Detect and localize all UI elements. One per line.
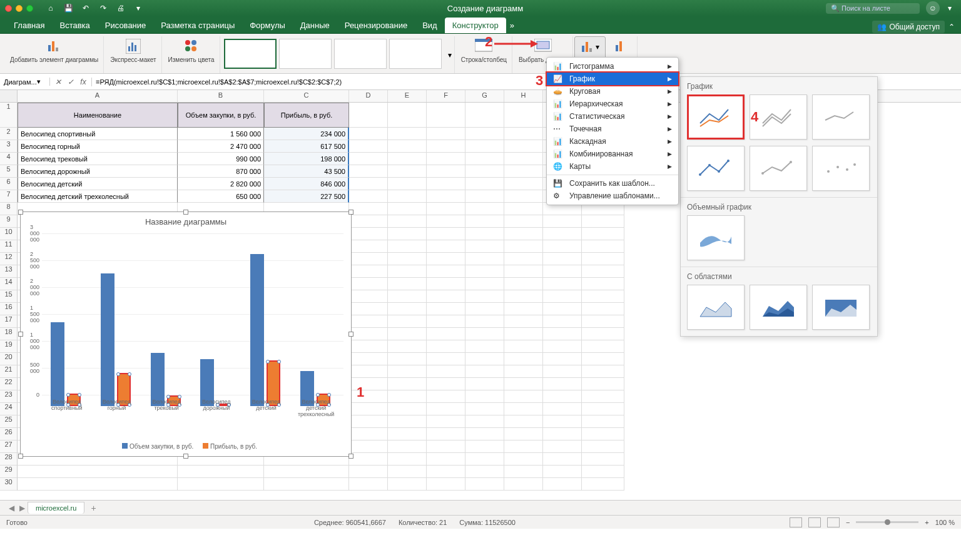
chart-bar-series1[interactable]	[51, 322, 64, 406]
cell[interactable]	[504, 390, 543, 403]
zoom-slider[interactable]	[856, 521, 918, 523]
row-header[interactable]: 17	[0, 315, 18, 328]
accept-formula-icon[interactable]: ✓	[65, 78, 76, 86]
cell[interactable]: Прибыль, в руб.	[264, 103, 349, 128]
cell[interactable]	[388, 466, 427, 478]
zoom-percent[interactable]: 100 %	[935, 519, 955, 526]
cell[interactable]	[388, 190, 427, 203]
cell[interactable]	[388, 353, 427, 365]
sheet-tab-active[interactable]: microexcel.ru	[28, 502, 84, 514]
cell[interactable]	[504, 103, 543, 128]
row-header[interactable]: 15	[0, 290, 18, 303]
cell[interactable]	[427, 303, 465, 315]
cell[interactable]	[427, 140, 465, 153]
cell[interactable]	[543, 440, 582, 453]
cell[interactable]	[388, 103, 427, 128]
cell[interactable]	[465, 390, 504, 403]
chart-option-area-2[interactable]	[750, 285, 807, 330]
cell[interactable]	[543, 478, 582, 491]
cell[interactable]: Велосипед горный	[18, 140, 178, 153]
cell[interactable]	[427, 253, 465, 265]
chart-plot-area[interactable]: 0500 0001 000 0001 500 0002 000 0002 500…	[42, 233, 343, 406]
cell[interactable]	[388, 165, 427, 178]
ribbon-change-colors[interactable]: Изменить цвета	[163, 36, 220, 73]
cell[interactable]	[465, 203, 504, 215]
zoom-in-icon[interactable]: +	[925, 519, 928, 526]
cell[interactable]: 617 500	[264, 140, 349, 153]
cell[interactable]	[582, 240, 624, 253]
cell[interactable]	[349, 178, 388, 190]
cell[interactable]	[465, 290, 504, 303]
cell[interactable]	[349, 453, 388, 466]
cell[interactable]	[388, 440, 427, 453]
chart-bar-series1[interactable]	[101, 273, 114, 406]
cell[interactable]	[427, 353, 465, 365]
cell[interactable]	[349, 265, 388, 278]
cell[interactable]	[582, 403, 624, 415]
cell[interactable]: 234 000	[264, 128, 349, 140]
row-header[interactable]: 25	[0, 415, 18, 428]
cell[interactable]	[582, 228, 624, 240]
cell[interactable]	[427, 265, 465, 278]
cell[interactable]	[582, 390, 624, 403]
cell[interactable]	[18, 478, 178, 491]
cell[interactable]	[349, 415, 388, 428]
cell[interactable]	[504, 215, 543, 228]
collapse-ribbon-icon[interactable]: ⌃	[948, 23, 955, 31]
cell[interactable]	[465, 478, 504, 491]
cell[interactable]	[504, 265, 543, 278]
cell[interactable]	[349, 303, 388, 315]
cell[interactable]	[465, 278, 504, 290]
cell[interactable]	[543, 215, 582, 228]
column-header[interactable]: H	[504, 90, 543, 102]
column-header[interactable]: D	[349, 90, 388, 102]
row-header[interactable]: 30	[0, 478, 18, 491]
row-header[interactable]: 23	[0, 390, 18, 403]
cell[interactable]	[504, 128, 543, 140]
zoom-out-icon[interactable]: −	[846, 519, 850, 526]
ribbon-options-icon[interactable]: ▾	[943, 2, 956, 14]
cell[interactable]	[504, 278, 543, 290]
cell[interactable]: 870 000	[178, 165, 264, 178]
cell[interactable]	[582, 215, 624, 228]
cell[interactable]	[388, 415, 427, 428]
styles-more-icon[interactable]: ▾	[445, 36, 455, 73]
row-header[interactable]: 22	[0, 378, 18, 390]
cell[interactable]	[543, 315, 582, 328]
chart-option-line-1[interactable]	[687, 94, 745, 140]
row-header[interactable]: 24	[0, 403, 18, 415]
cell[interactable]	[388, 128, 427, 140]
cell[interactable]	[465, 240, 504, 253]
cell[interactable]	[349, 328, 388, 340]
tab-page-layout[interactable]: Разметка страницы	[153, 18, 242, 33]
ribbon-quick-layout[interactable]: Экспресс-макет	[105, 36, 161, 73]
cell[interactable]: Наименование	[18, 103, 178, 128]
cell[interactable]	[504, 178, 543, 190]
chart-type-menu-item[interactable]: 📊Статистическая▶	[547, 110, 678, 123]
cell[interactable]	[465, 440, 504, 453]
cell[interactable]	[543, 328, 582, 340]
cell[interactable]	[349, 353, 388, 365]
row-header[interactable]: 12	[0, 253, 18, 265]
cell[interactable]	[388, 253, 427, 265]
cell[interactable]	[504, 365, 543, 378]
cell[interactable]	[465, 353, 504, 365]
cell[interactable]	[582, 278, 624, 290]
cell[interactable]	[504, 153, 543, 165]
cell[interactable]	[465, 215, 504, 228]
cell[interactable]: 1 560 000	[178, 128, 264, 140]
cell[interactable]	[504, 440, 543, 453]
cell[interactable]	[504, 328, 543, 340]
cell[interactable]	[388, 378, 427, 390]
cell[interactable]	[582, 365, 624, 378]
cell[interactable]	[504, 466, 543, 478]
chart-style-4[interactable]	[389, 39, 442, 69]
column-header[interactable]: B	[178, 90, 264, 102]
cell[interactable]	[349, 253, 388, 265]
cell[interactable]	[543, 353, 582, 365]
cell[interactable]	[504, 315, 543, 328]
chart-legend[interactable]: Объем закупки, в руб. Прибыль, в руб.	[21, 443, 351, 450]
feedback-icon[interactable]: ☺	[926, 1, 940, 15]
save-icon[interactable]: 💾	[62, 2, 74, 14]
cell[interactable]	[427, 478, 465, 491]
